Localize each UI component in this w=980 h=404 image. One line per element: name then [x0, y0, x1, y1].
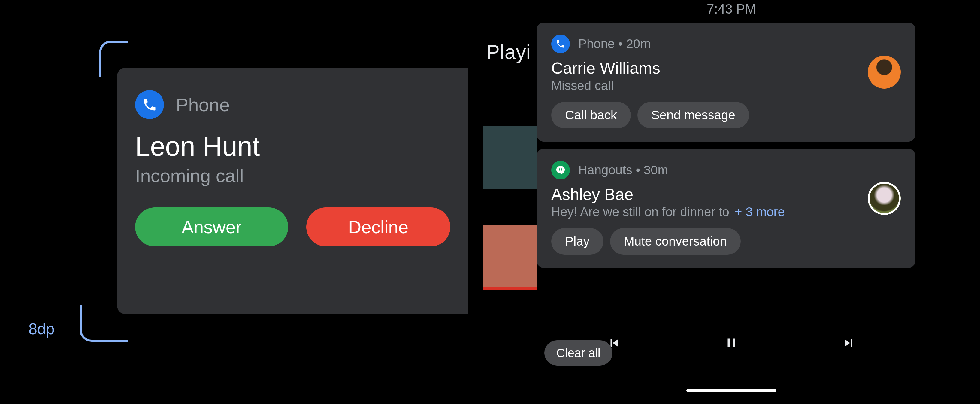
mute-conversation-button[interactable]: Mute conversation — [610, 228, 741, 255]
background-now-playing-text: Playi — [487, 41, 531, 64]
status-clock: 7:43 PM — [707, 2, 756, 16]
skip-next-icon[interactable] — [841, 335, 856, 352]
spec-measure-label: 8dp — [29, 320, 55, 338]
background-stripe — [483, 126, 537, 189]
send-message-button[interactable]: Send message — [638, 102, 749, 128]
notification-header: Hangouts • 30m — [551, 161, 901, 179]
notification-actions: Call back Send message — [551, 102, 901, 128]
incoming-call-title: Leon Hunt — [135, 131, 450, 162]
pause-icon[interactable] — [724, 335, 739, 352]
incoming-call-app-label: Phone — [176, 94, 230, 115]
more-messages-link[interactable]: + 3 more — [735, 205, 785, 219]
background-stripe — [483, 225, 537, 289]
notification-center: 7:43 PM Playi Phone • 20m Carrie William… — [483, 0, 980, 404]
notification-body: Missed call — [551, 78, 614, 93]
notification-meta: Hangouts • 30m — [578, 163, 668, 177]
incoming-call-card: Phone Leon Hunt Incoming call Answer Dec… — [117, 68, 468, 314]
notification-card[interactable]: Hangouts • 30m Ashley Bae Hey! Are we st… — [537, 149, 915, 268]
decline-button[interactable]: Decline — [306, 208, 450, 246]
incoming-call-header: Phone — [135, 90, 450, 119]
gesture-nav-bar[interactable] — [686, 389, 776, 392]
notification-list: Phone • 20m Carrie Williams Missed call … — [537, 22, 915, 268]
background-progress-bar — [483, 287, 537, 290]
phone-icon — [551, 35, 570, 53]
clear-all-button[interactable]: Clear all — [544, 340, 612, 366]
notification-title: Ashley Bae — [551, 185, 901, 203]
notification-header: Phone • 20m — [551, 35, 901, 53]
incoming-call-subtitle: Incoming call — [135, 165, 450, 186]
phone-icon — [135, 90, 164, 119]
play-button[interactable]: Play — [551, 228, 603, 255]
hangouts-icon — [551, 161, 570, 179]
answer-button[interactable]: Answer — [135, 208, 288, 246]
avatar — [868, 182, 901, 215]
notification-card[interactable]: Phone • 20m Carrie Williams Missed call … — [537, 22, 915, 142]
incoming-call-actions: Answer Decline — [135, 208, 450, 246]
call-back-button[interactable]: Call back — [551, 102, 631, 128]
notification-meta: Phone • 20m — [578, 37, 651, 51]
notification-actions: Play Mute conversation — [551, 228, 901, 255]
notification-title: Carrie Williams — [551, 59, 901, 77]
avatar — [868, 56, 901, 89]
notification-body: Hey! Are we still on for dinner to — [551, 205, 729, 219]
